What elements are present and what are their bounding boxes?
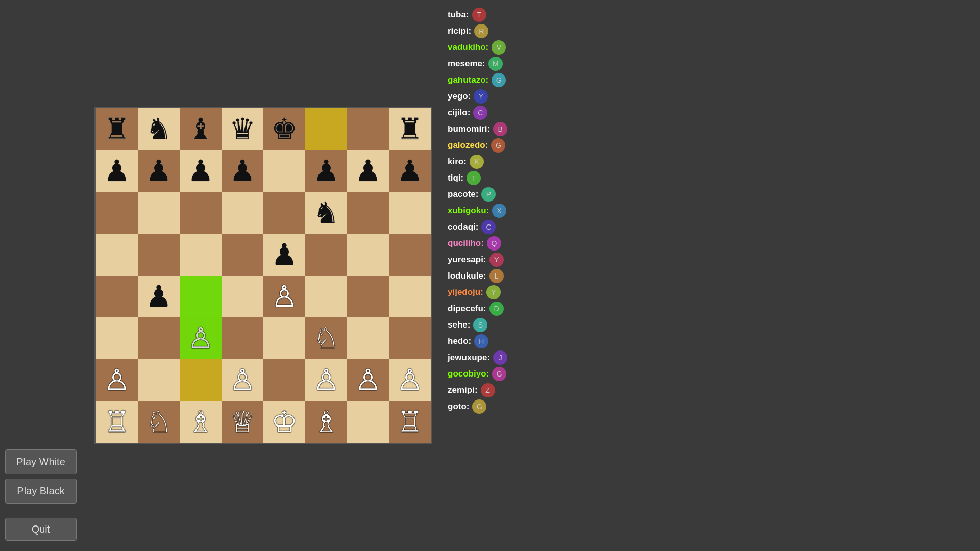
chess-cell-r1c5[interactable]: ♟ [305, 150, 347, 192]
chess-piece: ♗ [313, 407, 339, 437]
chess-cell-r2c0[interactable] [96, 192, 138, 234]
chat-line: tuba:T [448, 8, 975, 22]
chess-piece: ♟ [145, 282, 172, 311]
chess-piece: ♞ [313, 198, 339, 228]
chess-cell-r6c2[interactable] [180, 359, 222, 401]
chess-cell-r4c4[interactable]: ♙ [263, 276, 305, 317]
chess-cell-r5c2[interactable]: ♙ [180, 317, 222, 359]
chess-cell-r7c5[interactable]: ♗ [305, 401, 347, 443]
chess-piece: ♙ [397, 365, 423, 395]
chess-cell-r5c0[interactable] [96, 317, 138, 359]
chess-cell-r0c5[interactable] [305, 108, 347, 150]
chess-cell-r2c1[interactable] [138, 192, 180, 234]
chat-avatar: C [481, 220, 496, 234]
play-black-button[interactable]: Play Black [5, 479, 77, 504]
chess-cell-r3c7[interactable] [389, 234, 431, 276]
chat-username: codaqi: [448, 222, 478, 232]
chat-avatar: Z [481, 383, 495, 397]
chess-cell-r1c1[interactable]: ♟ [138, 150, 180, 192]
chat-username: meseme: [448, 59, 485, 69]
chess-cell-r3c2[interactable] [180, 234, 222, 276]
chess-cell-r0c6[interactable] [347, 108, 389, 150]
chess-cell-r3c4[interactable]: ♟ [263, 234, 305, 276]
chess-piece: ♘ [145, 407, 172, 437]
chess-cell-r6c3[interactable]: ♙ [222, 359, 263, 401]
chess-cell-r2c4[interactable] [263, 192, 305, 234]
chat-avatar: G [491, 138, 505, 153]
chess-cell-r2c7[interactable] [389, 192, 431, 234]
chess-cell-r1c7[interactable]: ♟ [389, 150, 431, 192]
chat-username: bumomiri: [448, 124, 490, 134]
chess-cell-r5c1[interactable] [138, 317, 180, 359]
chat-username: yuresapi: [448, 255, 486, 265]
chess-cell-r5c6[interactable] [347, 317, 389, 359]
chess-cell-r2c3[interactable] [222, 192, 263, 234]
chess-cell-r4c0[interactable] [96, 276, 138, 317]
chess-cell-r1c2[interactable]: ♟ [180, 150, 222, 192]
chat-avatar: Y [486, 285, 501, 299]
chess-cell-r6c5[interactable]: ♙ [305, 359, 347, 401]
chess-cell-r2c2[interactable] [180, 192, 222, 234]
chess-cell-r7c2[interactable]: ♗ [180, 401, 222, 443]
chess-cell-r6c7[interactable]: ♙ [389, 359, 431, 401]
chess-cell-r7c0[interactable]: ♖ [96, 401, 138, 443]
chat-panel: tuba:Tricipi:Rvadukiho:Vmeseme:Mgahutazo… [443, 0, 980, 551]
chess-cell-r4c6[interactable] [347, 276, 389, 317]
chess-cell-r2c5[interactable]: ♞ [305, 192, 347, 234]
chess-piece: ♟ [187, 156, 214, 186]
chat-avatar: Y [474, 89, 488, 104]
chess-cell-r1c3[interactable]: ♟ [222, 150, 263, 192]
chess-cell-r0c3[interactable]: ♛ [222, 108, 263, 150]
chess-cell-r6c6[interactable]: ♙ [347, 359, 389, 401]
chess-piece: ♛ [229, 114, 256, 144]
chess-cell-r1c0[interactable]: ♟ [96, 150, 138, 192]
chess-piece: ♝ [187, 114, 214, 144]
chat-avatar: P [481, 187, 496, 202]
chess-piece: ♜ [104, 114, 130, 144]
chess-cell-r5c5[interactable]: ♘ [305, 317, 347, 359]
chess-cell-r7c7[interactable]: ♖ [389, 401, 431, 443]
chat-avatar: C [473, 106, 487, 120]
chess-cell-r5c7[interactable] [389, 317, 431, 359]
chess-cell-r4c5[interactable] [305, 276, 347, 317]
chat-line: yego:Y [448, 89, 975, 104]
chess-cell-r4c1[interactable]: ♟ [138, 276, 180, 317]
chess-cell-r6c1[interactable] [138, 359, 180, 401]
chess-cell-r0c2[interactable]: ♝ [180, 108, 222, 150]
chess-cell-r0c1[interactable]: ♞ [138, 108, 180, 150]
chat-avatar: S [473, 318, 487, 332]
chess-cell-r3c3[interactable] [222, 234, 263, 276]
chess-cell-r1c6[interactable]: ♟ [347, 150, 389, 192]
chess-cell-r4c3[interactable] [222, 276, 263, 317]
chess-cell-r7c3[interactable]: ♕ [222, 401, 263, 443]
quit-button[interactable]: Quit [5, 518, 77, 541]
chess-piece: ♙ [104, 365, 130, 395]
chat-username: galozedo: [448, 140, 488, 151]
chess-cell-r7c1[interactable]: ♘ [138, 401, 180, 443]
chess-cell-r3c5[interactable] [305, 234, 347, 276]
play-white-button[interactable]: Play White [5, 449, 77, 474]
chess-cell-r4c2[interactable] [180, 276, 222, 317]
chess-piece: ♙ [229, 365, 256, 395]
chess-cell-r1c4[interactable] [263, 150, 305, 192]
chess-cell-r7c4[interactable]: ♔ [263, 401, 305, 443]
chess-cell-r2c6[interactable] [347, 192, 389, 234]
chess-cell-r3c1[interactable] [138, 234, 180, 276]
chess-cell-r3c0[interactable] [96, 234, 138, 276]
chat-avatar: M [488, 57, 503, 71]
chess-cell-r3c6[interactable] [347, 234, 389, 276]
chess-cell-r6c4[interactable] [263, 359, 305, 401]
chess-cell-r5c4[interactable] [263, 317, 305, 359]
chat-username: kiro: [448, 157, 467, 167]
chess-cell-r0c0[interactable]: ♜ [96, 108, 138, 150]
chess-board: ♜♞♝♛♚♜♟♟♟♟♟♟♟♞♟♟♙♙♘♙♙♙♙♙♖♘♗♕♔♗♖ [94, 107, 432, 444]
chess-cell-r0c4[interactable]: ♚ [263, 108, 305, 150]
chess-cell-r4c7[interactable] [389, 276, 431, 317]
chess-piece: ♜ [397, 114, 423, 144]
chess-cell-r7c6[interactable] [347, 401, 389, 443]
chess-cell-r6c0[interactable]: ♙ [96, 359, 138, 401]
chess-cell-r0c7[interactable]: ♜ [389, 108, 431, 150]
chat-username: vadukiho: [448, 42, 488, 53]
chat-avatar: J [493, 350, 507, 365]
chess-cell-r5c3[interactable] [222, 317, 263, 359]
